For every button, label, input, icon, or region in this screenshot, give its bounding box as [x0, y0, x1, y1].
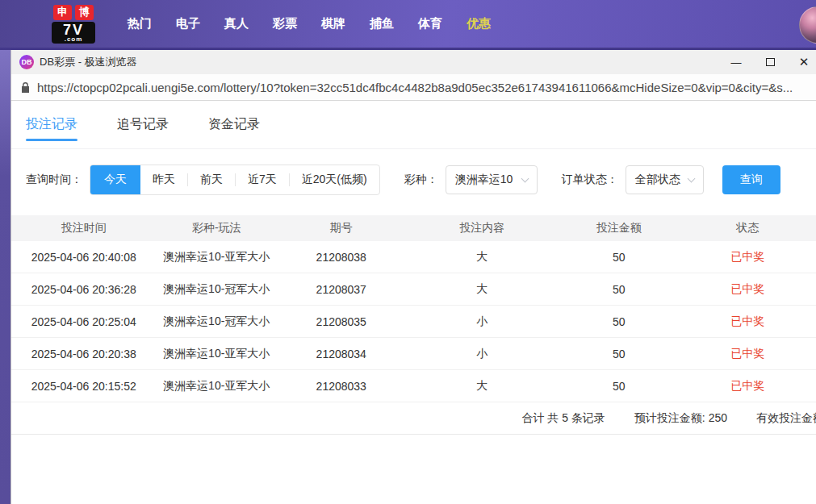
- tab-chase-records[interactable]: 追号记录: [117, 101, 169, 148]
- chevron-down-icon: [687, 174, 695, 182]
- cell-period: 21208033: [277, 380, 406, 393]
- time-option-last-7-days[interactable]: 近7天: [236, 165, 289, 194]
- cell-bet-time: 2025-04-06 20:36:28: [11, 283, 156, 296]
- logo-badge-bo: 博: [75, 5, 94, 20]
- nav-item-live[interactable]: 真人: [212, 16, 261, 31]
- cell-bet-time: 2025-04-06 20:40:08: [11, 251, 156, 264]
- lock-icon: [21, 82, 30, 93]
- maximize-button[interactable]: [753, 50, 787, 74]
- browser-popup-window: DB DB彩票 - 极速浏览器 — ✕ https://ctopcp02pcal…: [10, 50, 816, 504]
- time-option-day-before[interactable]: 前天: [188, 165, 235, 194]
- site-logo[interactable]: 申 博 7V .com: [52, 5, 95, 44]
- logo-main-text: 7V: [53, 23, 94, 36]
- cell-bet-content: 大: [406, 250, 559, 264]
- table-summary-row: 合计 共 5 条记录 预计投注金额: 250 有效投注金额: [11, 402, 816, 435]
- address-bar[interactable]: https://ctopcp02pcali.uengi5e.com/lotter…: [11, 74, 816, 101]
- cell-status: 已中奖: [679, 314, 815, 329]
- summary-valid-amount: 有效投注金额: [756, 411, 816, 426]
- close-icon: ✕: [799, 55, 810, 69]
- record-tabs: 投注记录 追号记录 资金记录: [11, 101, 816, 149]
- logo-badges: 申 博: [52, 5, 95, 20]
- bet-records-table: 投注时间 彩种-玩法 期号 投注内容 投注金额 状态 2025-04-06 20…: [11, 215, 816, 435]
- cell-bet-amount: 50: [559, 315, 680, 328]
- order-status-label: 订单状态：: [562, 173, 618, 187]
- header-period: 期号: [277, 221, 406, 235]
- tab-bet-records[interactable]: 投注记录: [26, 101, 77, 148]
- minimize-button[interactable]: —: [719, 50, 753, 74]
- time-option-today[interactable]: 今天: [90, 165, 140, 194]
- nav-item-lottery[interactable]: 彩票: [261, 16, 309, 31]
- header-status: 状态: [679, 221, 815, 235]
- cell-game-play: 澳洲幸运10-亚军大小: [156, 250, 277, 264]
- cell-bet-content: 大: [406, 379, 559, 394]
- cell-status: 已中奖: [679, 347, 815, 361]
- logo-block: 7V .com: [52, 22, 95, 44]
- lottery-select[interactable]: 澳洲幸运10: [446, 165, 538, 194]
- cell-status: 已中奖: [679, 250, 815, 264]
- logo-sub-text: .com: [53, 36, 94, 43]
- nav-item-sports[interactable]: 体育: [406, 16, 454, 31]
- time-range-group: 今天 昨天 前天 近7天 近20天(低频): [90, 165, 380, 195]
- summary-expected-amount: 预计投注金额: 250: [634, 411, 727, 426]
- nav-item-chess[interactable]: 棋牌: [309, 16, 358, 31]
- maximize-icon: [766, 58, 775, 66]
- cell-bet-amount: 50: [559, 251, 680, 264]
- window-controls: — ✕: [719, 50, 816, 74]
- order-status-select[interactable]: 全部状态: [626, 165, 704, 194]
- nav-item-hot[interactable]: 热门: [115, 16, 164, 31]
- order-status-value: 全部状态: [635, 173, 680, 187]
- cell-bet-amount: 50: [559, 348, 680, 360]
- nav-item-slots[interactable]: 电子: [164, 16, 212, 31]
- nav-item-fishing[interactable]: 捕鱼: [358, 16, 406, 31]
- time-filter-label: 查询时间：: [26, 173, 82, 187]
- table-row: 2025-04-06 20:40:08 澳洲幸运10-亚军大小 21208038…: [11, 241, 816, 273]
- window-titlebar: DB DB彩票 - 极速浏览器 — ✕: [11, 50, 816, 74]
- cell-period: 21208038: [277, 251, 406, 264]
- cell-bet-content: 小: [406, 314, 559, 329]
- cell-bet-time: 2025-04-06 20:15:52: [11, 380, 156, 393]
- nav-item-promo[interactable]: 优惠: [454, 16, 503, 31]
- header-game-play: 彩种-玩法: [156, 221, 277, 235]
- cell-game-play: 澳洲幸运10-冠军大小: [156, 314, 277, 329]
- table-row: 2025-04-06 20:25:04 澳洲幸运10-冠军大小 21208035…: [11, 306, 816, 338]
- screen: 申 博 7V .com 热门 电子 真人 彩票 棋牌 捕鱼 体育 优惠 DB D…: [0, 0, 816, 504]
- filter-bar: 查询时间： 今天 昨天 前天 近7天 近20天(低频) 彩种： 澳洲幸运10 订…: [11, 165, 816, 195]
- table-row: 2025-04-06 20:15:52 澳洲幸运10-亚军大小 21208033…: [11, 370, 816, 402]
- cell-game-play: 澳洲幸运10-亚军大小: [156, 347, 277, 361]
- site-nav-menu: 热门 电子 真人 彩票 棋牌 捕鱼 体育 优惠: [115, 16, 503, 31]
- table-header-row: 投注时间 彩种-玩法 期号 投注内容 投注金额 状态: [11, 215, 816, 241]
- table-row: 2025-04-06 20:20:38 澳洲幸运10-亚军大小 21208034…: [11, 338, 816, 370]
- cell-status: 已中奖: [679, 282, 815, 297]
- header-bet-content: 投注内容: [406, 221, 559, 235]
- table-row: 2025-04-06 20:36:28 澳洲幸运10-冠军大小 21208037…: [11, 273, 816, 306]
- page-content: 投注记录 追号记录 资金记录 查询时间： 今天 昨天 前天 近7天 近20天(低…: [11, 101, 816, 503]
- header-bet-time: 投注时间: [11, 221, 156, 235]
- cell-game-play: 澳洲幸运10-冠军大小: [156, 282, 277, 297]
- cell-status: 已中奖: [679, 379, 815, 394]
- cell-bet-amount: 50: [559, 380, 680, 393]
- search-button[interactable]: 查询: [722, 165, 780, 194]
- cell-bet-content: 小: [406, 347, 559, 361]
- cell-period: 21208034: [277, 348, 406, 360]
- cell-bet-time: 2025-04-06 20:25:04: [11, 315, 156, 328]
- url-text: https://ctopcp02pcali.uengi5e.com/lotter…: [37, 81, 793, 94]
- cell-game-play: 澳洲幸运10-亚军大小: [156, 379, 277, 394]
- header-bet-amount: 投注金额: [559, 221, 680, 235]
- summary-total-records: 合计 共 5 条记录: [521, 411, 605, 426]
- window-title: DB彩票 - 极速浏览器: [40, 55, 137, 69]
- minimize-icon: —: [731, 56, 742, 69]
- cell-bet-amount: 50: [559, 283, 680, 296]
- cell-bet-content: 大: [406, 282, 559, 297]
- cell-bet-time: 2025-04-06 20:20:38: [11, 348, 156, 360]
- close-button[interactable]: ✕: [787, 50, 816, 74]
- user-avatar[interactable]: [799, 6, 816, 44]
- lottery-filter-label: 彩种：: [404, 173, 438, 187]
- site-top-nav: 申 博 7V .com 热门 电子 真人 彩票 棋牌 捕鱼 体育 优惠: [0, 0, 816, 50]
- time-option-yesterday[interactable]: 昨天: [140, 165, 187, 194]
- db-app-icon: DB: [19, 55, 34, 69]
- cell-period: 21208037: [277, 283, 406, 296]
- lottery-select-value: 澳洲幸运10: [455, 173, 513, 187]
- chevron-down-icon: [521, 174, 529, 182]
- tab-fund-records[interactable]: 资金记录: [208, 101, 260, 148]
- time-option-last-20-days[interactable]: 近20天(低频): [290, 165, 379, 194]
